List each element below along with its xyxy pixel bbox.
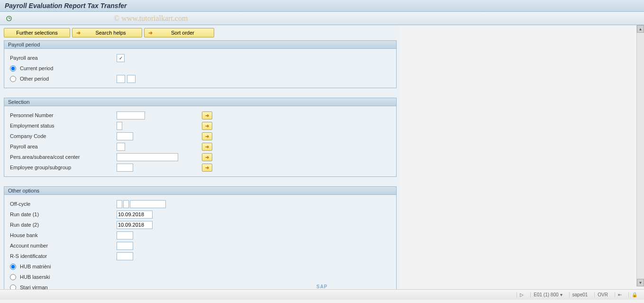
run-date-2-label: Run date (2) (10, 222, 117, 228)
multiple-selection-button[interactable]: ➜ (202, 164, 212, 172)
pers-area-input[interactable] (117, 153, 178, 161)
house-bank-input[interactable] (117, 231, 133, 239)
arrow-right-icon: ➜ (76, 30, 81, 36)
main-panel: Further selections ➜ Search helps ➜ Sort… (0, 25, 400, 300)
group-title: Payroll period (4, 41, 396, 49)
run-date-2-input[interactable] (117, 221, 153, 229)
payroll-period-group: Payroll period Payroll area ✓ Current pe… (4, 40, 397, 88)
status-bar: ▷ E01 (1) 800 ▾ sape01 OVR ⇤ 🔒 (0, 289, 644, 300)
title-bar: Payroll Evaluation Report Tax Transfer (0, 0, 644, 12)
hub-matricni-radio[interactable] (10, 264, 16, 270)
scroll-up-icon[interactable]: ▲ (637, 25, 644, 33)
status-server: sape01 (569, 292, 591, 297)
blank-area (400, 25, 644, 300)
employment-status-label: Employment status (10, 123, 117, 129)
execute-icon[interactable] (5, 14, 13, 23)
payroll-area-checkbox[interactable]: ✓ (117, 54, 125, 62)
vertical-scrollbar[interactable]: ▲ ▼ (636, 25, 644, 286)
employee-group-label: Employee group/subgroup (10, 165, 117, 170)
payroll-area-label: Payroll area (10, 144, 117, 149)
status-system[interactable]: E01 (1) 800 ▾ (530, 292, 565, 297)
payroll-area-input[interactable] (117, 143, 125, 151)
content-area: Further selections ➜ Search helps ➜ Sort… (0, 25, 644, 300)
personnel-number-input[interactable] (117, 111, 145, 119)
app-toolbar (0, 12, 644, 25)
status-arrow-icon[interactable]: ⇤ (615, 292, 625, 297)
hub-matricni-label: HUB matrièni (20, 264, 51, 269)
multiple-selection-button[interactable]: ➜ (202, 122, 212, 130)
status-mode: OVR (594, 292, 611, 297)
button-label: Search helps (83, 30, 138, 36)
button-label: Sort order (155, 30, 210, 36)
multiple-selection-button[interactable]: ➜ (202, 111, 212, 119)
company-code-label: Company Code (10, 133, 117, 139)
payroll-area-label: Payroll area (10, 55, 117, 61)
search-helps-button[interactable]: ➜ Search helps (72, 28, 142, 37)
off-cycle-input-3[interactable] (130, 200, 166, 208)
hub-laserski-radio[interactable] (10, 274, 16, 280)
other-period-label: Other period (20, 76, 49, 82)
employment-status-input[interactable] (117, 122, 122, 130)
off-cycle-input-1[interactable] (117, 200, 122, 208)
run-date-1-input[interactable] (117, 211, 153, 219)
further-selections-button[interactable]: Further selections (4, 28, 70, 37)
scroll-down-icon[interactable]: ▼ (637, 279, 644, 286)
chevron-down-icon: ▾ (560, 292, 562, 297)
other-period-radio[interactable] (10, 76, 16, 82)
multiple-selection-button[interactable]: ➜ (202, 143, 212, 151)
selection-group: Selection Personnel Number ➜ Employment … (4, 98, 397, 177)
button-label: Further selections (16, 30, 57, 36)
other-options-group: Other options Off-cycle Run date (1) (4, 186, 397, 296)
personnel-number-label: Personnel Number (10, 112, 117, 118)
other-period-input-1[interactable] (117, 75, 125, 83)
page-title: Payroll Evaluation Report Tax Transfer (5, 2, 127, 9)
arrow-right-icon: ➜ (148, 30, 153, 36)
account-number-input[interactable] (117, 242, 133, 250)
employee-group-input[interactable] (117, 164, 133, 172)
group-title: Selection (4, 98, 396, 106)
hub-laserski-label: HUB laserski (20, 274, 50, 280)
off-cycle-label: Off-cycle (10, 201, 117, 207)
sap-logo: SAP (317, 284, 328, 289)
status-nav-icon[interactable]: ▷ (517, 292, 526, 297)
company-code-input[interactable] (117, 132, 133, 140)
selection-buttons-row: Further selections ➜ Search helps ➜ Sort… (4, 28, 397, 37)
current-period-label: Current period (20, 65, 53, 71)
group-title: Other options (4, 187, 396, 195)
off-cycle-input-2[interactable] (123, 200, 129, 208)
rs-identificator-label: R-S identificator (10, 253, 117, 259)
account-number-label: Account number (10, 243, 117, 248)
multiple-selection-button[interactable]: ➜ (202, 153, 212, 161)
multiple-selection-button[interactable]: ➜ (202, 132, 212, 140)
other-period-input-2[interactable] (127, 75, 136, 83)
lock-icon[interactable]: 🔒 (628, 292, 640, 297)
run-date-1-label: Run date (1) (10, 211, 117, 217)
rs-identificator-input[interactable] (117, 252, 133, 260)
current-period-radio[interactable] (10, 65, 16, 72)
house-bank-label: House bank (10, 232, 117, 238)
sort-order-button[interactable]: ➜ Sort order (144, 28, 214, 37)
pers-area-label: Pers.area/subarea/cost center (10, 154, 117, 160)
